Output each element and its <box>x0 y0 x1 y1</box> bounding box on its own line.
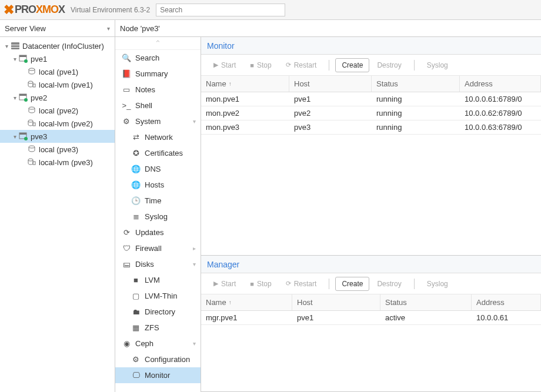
tree-label: pve2 <box>31 93 47 102</box>
tree-label: local (pve3) <box>39 145 78 154</box>
tree-label: Datacenter (InfoCluster) <box>22 42 104 51</box>
nav-system[interactable]: ⚙System▾ <box>115 113 201 129</box>
manager-start-button[interactable]: ▶Start <box>207 277 242 291</box>
cell-name: mgr.pve1 <box>201 313 292 322</box>
manager-create-button[interactable]: Create <box>335 277 369 291</box>
tree-storage[interactable]: local-lvm (pve2) <box>0 117 115 130</box>
cell-status: running <box>372 123 460 132</box>
manager-restart-button[interactable]: ⟳Restart <box>279 277 323 291</box>
tree-label: pve1 <box>31 55 47 63</box>
nav-syslog[interactable]: ≣Syslog <box>115 209 201 225</box>
tree-storage[interactable]: local (pve3) <box>0 143 115 156</box>
nav-certificates[interactable]: ✪Certificates <box>115 145 201 161</box>
monitor-restart-button[interactable]: ⟳Restart <box>279 58 323 72</box>
tree-node-pve2[interactable]: ▾ pve2 <box>0 91 115 104</box>
manager-grid-header: Name↑ Host Status Address <box>201 294 541 311</box>
monitor-row[interactable]: mon.pve2 pve2 running 10.0.0.62:6789/0 <box>201 106 541 120</box>
nav-scroll-up[interactable]: ⌃ <box>115 37 201 50</box>
col-header-host[interactable]: Host <box>289 76 372 92</box>
nav-ceph[interactable]: ◉Ceph▾ <box>115 336 201 351</box>
col-header-address[interactable]: Address <box>472 294 541 310</box>
cell-host: pve1 <box>289 95 372 103</box>
tree-storage[interactable]: local-lvm (pve3) <box>0 156 115 169</box>
monitor-toolbar: ▶Start ■Stop ⟳Restart Create Destroy Sys… <box>201 55 541 76</box>
manager-row[interactable]: mgr.pve1 pve1 active 10.0.0.61 <box>201 311 541 325</box>
nav-disks[interactable]: 🖴Disks▾ <box>115 256 201 272</box>
svg-point-2 <box>24 59 28 63</box>
svg-point-16 <box>28 159 33 161</box>
nav-network[interactable]: ⇄Network <box>115 129 201 145</box>
nav-time[interactable]: 🕒Time <box>115 193 201 209</box>
col-header-status[interactable]: Status <box>380 294 472 310</box>
nav-hosts[interactable]: 🌐Hosts <box>115 177 201 193</box>
monitor-create-button[interactable]: Create <box>335 58 369 72</box>
manager-stop-button[interactable]: ■Stop <box>243 277 278 291</box>
nav-notes[interactable]: ▭Notes <box>115 82 201 98</box>
shield-icon: 🛡 <box>121 244 132 253</box>
monitor-grid-header: Name↑ Host Status Address <box>201 76 541 92</box>
breadcrumb: Node 'pve3' <box>115 20 541 36</box>
terminal-icon: >_ <box>121 101 132 110</box>
square-outline-icon: ▢ <box>131 292 141 300</box>
monitor-row[interactable]: mon.pve3 pve3 running 10.0.0.63:6789/0 <box>201 120 541 135</box>
svg-point-3 <box>29 68 35 71</box>
breadcrumb-text: Node 'pve3' <box>120 24 160 33</box>
collapse-icon[interactable]: ▾ <box>11 95 19 101</box>
tree-storage[interactable]: local (pve1) <box>0 65 115 78</box>
svg-point-15 <box>29 146 35 148</box>
collapse-icon[interactable]: ▾ <box>11 133 19 140</box>
sub-bar: Server View ▾ Node 'pve3' <box>0 20 541 37</box>
datacenter-icon <box>11 41 20 51</box>
nav-firewall[interactable]: 🛡Firewall▸ <box>115 240 201 256</box>
nav-search[interactable]: 🔍Search <box>115 50 201 66</box>
nav-directory[interactable]: 🖿Directory <box>115 304 201 320</box>
monitor-row[interactable]: mon.pve1 pve1 running 10.0.0.61:6789/0 <box>201 92 541 106</box>
col-header-status[interactable]: Status <box>372 76 460 92</box>
nav-dns[interactable]: 🌐DNS <box>115 161 201 177</box>
collapse-icon[interactable]: ▾ <box>2 43 11 49</box>
nav-shell[interactable]: >_Shell <box>115 98 201 113</box>
storage-icon <box>27 145 36 154</box>
col-header-address[interactable]: Address <box>460 76 541 92</box>
manager-destroy-button[interactable]: Destroy <box>370 277 408 291</box>
col-header-name[interactable]: Name↑ <box>201 294 292 310</box>
manager-syslog-button[interactable]: Syslog <box>420 277 455 291</box>
nav-ceph-monitor[interactable]: 🖵Monitor <box>115 367 201 383</box>
nav-updates[interactable]: ⟳Updates <box>115 225 201 240</box>
tree-node-pve3[interactable]: ▾ pve3 <box>0 130 115 143</box>
monitor-start-button[interactable]: ▶Start <box>207 58 242 72</box>
storage-icon <box>27 158 36 167</box>
nav-zfs[interactable]: ▦ZFS <box>115 320 201 336</box>
global-search-input[interactable] <box>156 4 285 16</box>
nav-summary[interactable]: 📕Summary <box>115 66 201 82</box>
nav-lvm[interactable]: ■LVM <box>115 272 201 288</box>
book-icon: 📕 <box>121 69 132 78</box>
cell-address: 10.0.0.62:6789/0 <box>460 109 541 118</box>
view-selector[interactable]: Server View ▾ <box>0 20 115 36</box>
nav-ceph-config[interactable]: ⚙Configuration <box>115 351 201 367</box>
monitor-syslog-button[interactable]: Syslog <box>420 58 455 72</box>
col-header-host[interactable]: Host <box>292 294 380 310</box>
cell-status: running <box>372 95 460 103</box>
svg-point-14 <box>24 137 28 140</box>
nav-lvmthin[interactable]: ▢LVM-Thin <box>115 288 201 304</box>
gear-icon: ⚙ <box>131 355 141 364</box>
toolbar-separator <box>329 279 329 289</box>
svg-point-4 <box>28 81 33 83</box>
tree-storage[interactable]: local-lvm (pve1) <box>0 78 115 91</box>
svg-point-10 <box>28 120 33 122</box>
cell-name: mon.pve2 <box>201 109 289 118</box>
play-icon: ▶ <box>213 280 218 287</box>
clock-icon: 🕒 <box>131 196 141 205</box>
tree-node-pve1[interactable]: ▾ pve1 <box>0 52 115 65</box>
collapse-icon[interactable]: ▾ <box>11 56 19 62</box>
tree-datacenter[interactable]: ▾ Datacenter (InfoCluster) <box>0 39 115 52</box>
monitor-destroy-button[interactable]: Destroy <box>370 58 408 72</box>
col-header-name[interactable]: Name↑ <box>201 76 289 92</box>
storage-icon <box>27 67 36 76</box>
tree-storage[interactable]: local (pve2) <box>0 104 115 117</box>
monitor-grid-body: mon.pve1 pve1 running 10.0.0.61:6789/0 m… <box>201 92 541 255</box>
cell-name: mon.pve3 <box>201 123 289 132</box>
monitor-stop-button[interactable]: ■Stop <box>243 58 278 72</box>
cell-status: active <box>380 313 472 322</box>
